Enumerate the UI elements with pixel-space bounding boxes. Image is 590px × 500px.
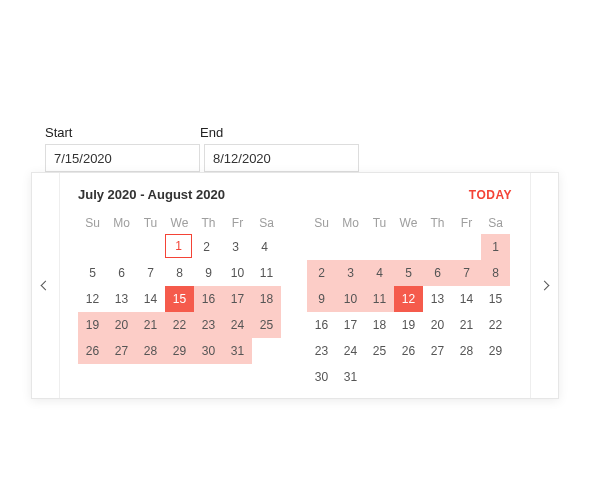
day-cell[interactable]: 11 — [252, 260, 281, 286]
day-empty — [365, 364, 394, 390]
weeks-right: 1234567891011121314151617181920212223242… — [307, 234, 510, 390]
dow-header: Mo — [336, 212, 365, 234]
dow-header: Sa — [481, 212, 510, 234]
day-cell[interactable]: 5 — [394, 260, 423, 286]
day-cell[interactable]: 12 — [394, 286, 423, 312]
day-cell[interactable]: 8 — [481, 260, 510, 286]
date-range-popup: July 2020 - August 2020 TODAY SuMoTuWeTh… — [31, 172, 559, 399]
day-cell[interactable]: 7 — [136, 260, 165, 286]
day-cell[interactable]: 23 — [194, 312, 223, 338]
day-cell[interactable]: 19 — [78, 312, 107, 338]
day-cell[interactable]: 9 — [307, 286, 336, 312]
day-cell[interactable]: 4 — [250, 234, 279, 260]
dow-header: Su — [307, 212, 336, 234]
day-cell[interactable]: 5 — [78, 260, 107, 286]
day-cell[interactable]: 17 — [336, 312, 365, 338]
day-empty — [365, 234, 394, 260]
day-cell[interactable]: 1 — [165, 234, 192, 258]
day-cell[interactable]: 3 — [336, 260, 365, 286]
day-cell[interactable]: 16 — [307, 312, 336, 338]
day-empty — [78, 234, 107, 260]
dow-row: SuMoTuWeThFrSa — [307, 212, 510, 234]
range-title: July 2020 - August 2020 — [78, 187, 225, 202]
day-cell[interactable]: 31 — [223, 338, 252, 364]
day-cell[interactable]: 29 — [165, 338, 194, 364]
dow-header: Mo — [107, 212, 136, 234]
dow-header: Th — [423, 212, 452, 234]
day-cell[interactable]: 30 — [307, 364, 336, 390]
day-cell[interactable]: 14 — [452, 286, 481, 312]
day-cell[interactable]: 10 — [336, 286, 365, 312]
weeks-left: 1234567891011121314151617181920212223242… — [78, 234, 281, 364]
end-date-input[interactable] — [204, 144, 359, 172]
day-cell[interactable]: 18 — [365, 312, 394, 338]
chevron-left-icon — [41, 281, 51, 291]
day-empty — [107, 234, 136, 260]
next-month-nav[interactable] — [530, 173, 558, 398]
day-empty — [423, 364, 452, 390]
day-cell[interactable]: 24 — [223, 312, 252, 338]
day-cell[interactable]: 9 — [194, 260, 223, 286]
day-empty — [423, 234, 452, 260]
chevron-right-icon — [540, 281, 550, 291]
day-cell[interactable]: 28 — [136, 338, 165, 364]
day-cell[interactable]: 14 — [136, 286, 165, 312]
start-date-input[interactable] — [45, 144, 200, 172]
day-cell[interactable]: 4 — [365, 260, 394, 286]
day-cell[interactable]: 27 — [107, 338, 136, 364]
day-cell[interactable]: 19 — [394, 312, 423, 338]
prev-month-nav[interactable] — [32, 173, 60, 398]
day-cell[interactable]: 25 — [365, 338, 394, 364]
day-cell[interactable]: 25 — [252, 312, 281, 338]
day-cell[interactable]: 29 — [481, 338, 510, 364]
day-cell[interactable]: 22 — [481, 312, 510, 338]
day-empty — [452, 234, 481, 260]
day-cell[interactable]: 11 — [365, 286, 394, 312]
day-cell[interactable]: 8 — [165, 260, 194, 286]
day-cell[interactable]: 30 — [194, 338, 223, 364]
months-container: SuMoTuWeThFrSa 1234567891011121314151617… — [78, 212, 512, 390]
day-cell[interactable]: 10 — [223, 260, 252, 286]
day-cell[interactable]: 13 — [423, 286, 452, 312]
day-cell[interactable]: 23 — [307, 338, 336, 364]
month-left: SuMoTuWeThFrSa 1234567891011121314151617… — [78, 212, 281, 390]
day-cell[interactable]: 2 — [192, 234, 221, 260]
day-cell[interactable]: 16 — [194, 286, 223, 312]
month-right: SuMoTuWeThFrSa 1234567891011121314151617… — [307, 212, 510, 390]
day-cell[interactable]: 6 — [107, 260, 136, 286]
start-label: Start — [45, 125, 200, 140]
day-cell[interactable]: 26 — [78, 338, 107, 364]
day-cell[interactable]: 2 — [307, 260, 336, 286]
day-cell[interactable]: 6 — [423, 260, 452, 286]
day-empty — [307, 234, 336, 260]
day-cell[interactable]: 26 — [394, 338, 423, 364]
day-cell[interactable]: 21 — [136, 312, 165, 338]
day-cell[interactable]: 15 — [481, 286, 510, 312]
day-cell[interactable]: 18 — [252, 286, 281, 312]
day-cell[interactable]: 31 — [336, 364, 365, 390]
today-button[interactable]: TODAY — [469, 188, 512, 202]
day-cell[interactable]: 20 — [423, 312, 452, 338]
day-cell[interactable]: 28 — [452, 338, 481, 364]
day-empty — [136, 234, 165, 260]
day-empty — [336, 234, 365, 260]
dow-header: We — [394, 212, 423, 234]
day-empty — [481, 364, 510, 390]
day-cell[interactable]: 7 — [452, 260, 481, 286]
day-cell[interactable]: 24 — [336, 338, 365, 364]
end-label: End — [200, 125, 355, 140]
day-cell[interactable]: 1 — [481, 234, 510, 260]
day-cell[interactable]: 21 — [452, 312, 481, 338]
day-cell[interactable]: 22 — [165, 312, 194, 338]
day-cell[interactable]: 27 — [423, 338, 452, 364]
day-cell[interactable]: 17 — [223, 286, 252, 312]
day-cell[interactable]: 15 — [165, 286, 194, 312]
day-empty — [394, 234, 423, 260]
dow-header: Sa — [252, 212, 281, 234]
dow-header: Tu — [365, 212, 394, 234]
day-cell[interactable]: 13 — [107, 286, 136, 312]
day-empty — [452, 364, 481, 390]
day-cell[interactable]: 12 — [78, 286, 107, 312]
day-cell[interactable]: 20 — [107, 312, 136, 338]
day-cell[interactable]: 3 — [221, 234, 250, 260]
